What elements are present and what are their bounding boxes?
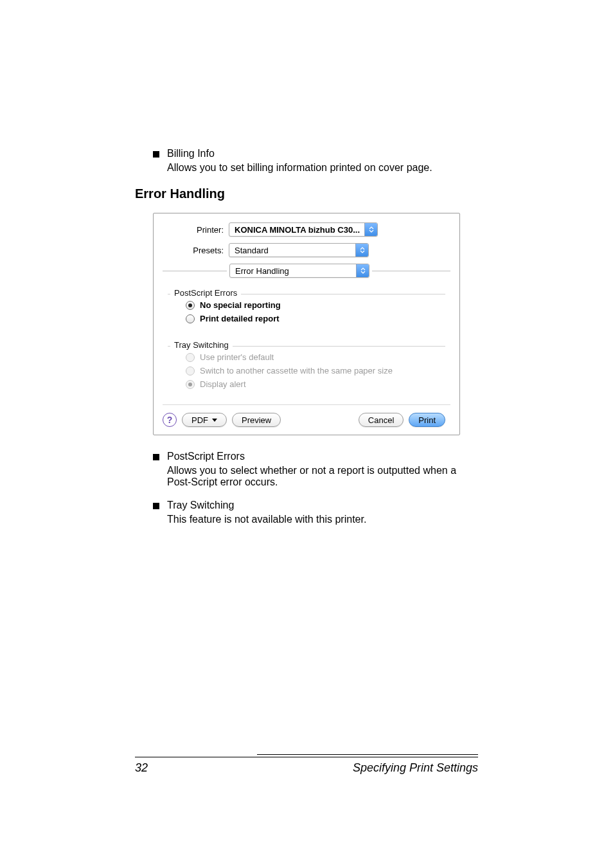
opt-detailed: Print detailed report [200, 314, 280, 323]
page-number: 32 [135, 761, 148, 775]
square-bullet-icon [153, 454, 159, 460]
opt-no-special: No special reporting [200, 300, 281, 310]
postscript-title: PostScript Errors [167, 451, 245, 462]
preview-label: Preview [242, 415, 271, 425]
print-button[interactable]: Print [409, 413, 445, 427]
cancel-label: Cancel [368, 415, 394, 425]
square-bullet-icon [153, 151, 159, 158]
radio-selected-icon [186, 301, 195, 310]
tray-bullet-row: Tray Switching [153, 500, 478, 511]
billing-bullet-row: Billing Info [153, 148, 478, 159]
group-tray-title: Tray Switching [170, 340, 233, 350]
preview-button[interactable]: Preview [232, 413, 281, 427]
pane-select[interactable]: Error Handling [229, 264, 369, 278]
opt-printer-default: Use printer's default [200, 352, 274, 362]
group-ps-title: PostScript Errors [170, 288, 241, 298]
presets-select[interactable]: Standard [229, 243, 369, 257]
page-title: Specifying Print Settings [353, 761, 478, 775]
print-label: Print [418, 415, 436, 425]
presets-value: Standard [229, 246, 355, 255]
tray-switching-group: Tray Switching Use printer's default Swi… [168, 334, 445, 399]
radio-disabled-icon [186, 353, 195, 362]
printer-label: Printer: [163, 225, 224, 235]
tray-desc: This feature is not available with this … [167, 514, 478, 525]
pdf-label: PDF [191, 415, 208, 425]
radio-no-special-row[interactable]: No special reporting [186, 300, 445, 310]
cancel-button[interactable]: Cancel [359, 413, 404, 427]
select-thumb-icon [355, 244, 368, 257]
section-heading: Error Handling [135, 186, 478, 201]
pdf-button[interactable]: PDF [182, 413, 227, 427]
radio-disabled-icon [186, 366, 195, 375]
radio-icon [186, 314, 195, 323]
printer-value: KONICA MINOLTA bizhub C30... [229, 225, 364, 235]
opt-switch-cassette: Switch to another cassette with the same… [200, 366, 393, 375]
billing-desc: Allows you to set billing information pr… [167, 162, 478, 174]
postscript-bullet-row: PostScript Errors [153, 451, 478, 462]
help-icon[interactable]: ? [163, 413, 177, 427]
opt-display-alert: Display alert [200, 379, 246, 389]
postscript-errors-group: PostScript Errors No special reporting P… [168, 282, 445, 334]
radio-printer-default-row: Use printer's default [186, 352, 445, 362]
printer-row: Printer: KONICA MINOLTA bizhub C30... [163, 222, 450, 237]
dialog-footer: ? PDF Preview Cancel Print [163, 404, 450, 427]
radio-switch-cassette-row: Switch to another cassette with the same… [186, 366, 445, 375]
radio-display-alert-row: Display alert [186, 379, 445, 389]
postscript-desc: Allows you to select whether or not a re… [167, 465, 478, 488]
tray-title: Tray Switching [167, 500, 234, 511]
chevron-down-icon [212, 419, 217, 422]
printer-select[interactable]: KONICA MINOLTA bizhub C30... [229, 222, 378, 237]
page-footer: 32 Specifying Print Settings [135, 754, 478, 775]
billing-title: Billing Info [167, 148, 215, 159]
pane-divider: Error Handling [163, 264, 450, 278]
presets-row: Presets: Standard [163, 243, 450, 257]
pane-value: Error Handling [230, 266, 356, 276]
print-dialog: Printer: KONICA MINOLTA bizhub C30... Pr… [153, 213, 460, 435]
radio-detailed-row[interactable]: Print detailed report [186, 314, 445, 323]
select-thumb-icon [356, 264, 369, 277]
select-thumb-icon [364, 223, 377, 236]
presets-label: Presets: [163, 246, 224, 255]
square-bullet-icon [153, 503, 159, 509]
radio-disabled-selected-icon [186, 380, 195, 389]
